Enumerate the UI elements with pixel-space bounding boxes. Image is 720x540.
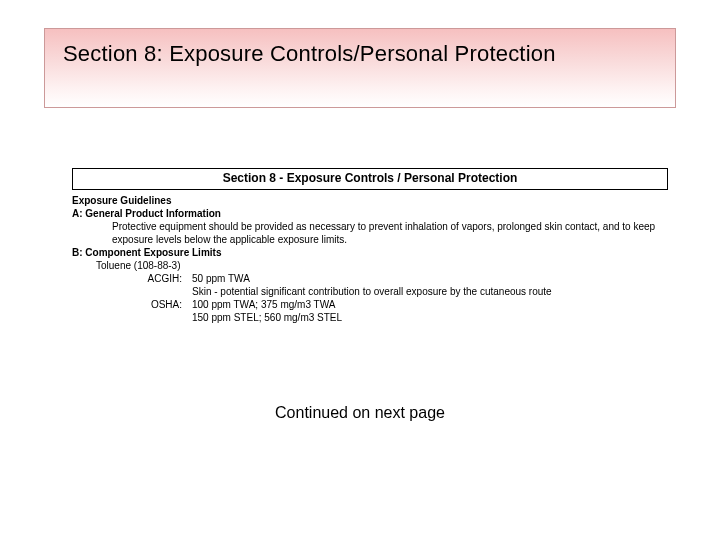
exposure-guidelines-label: Exposure Guidelines: [72, 194, 668, 207]
acgih-row-1: ACGIH: 50 ppm TWA: [72, 272, 668, 285]
osha-label: OSHA:: [112, 298, 192, 311]
osha-label-blank: [112, 311, 192, 324]
osha-value-1: 100 ppm TWA; 375 mg/m3 TWA: [192, 298, 668, 311]
part-b-label: B: Component Exposure Limits: [72, 246, 668, 259]
part-a-text-line1: Protective equipment should be provided …: [72, 220, 668, 233]
acgih-value-1: 50 ppm TWA: [192, 272, 668, 285]
acgih-row-2: Skin - potential significant contributio…: [72, 285, 668, 298]
part-a-label: A: General Product Information: [72, 207, 668, 220]
part-b-component: Toluene (108-88-3): [72, 259, 668, 272]
sds-section-header: Section 8 - Exposure Controls / Personal…: [72, 168, 668, 190]
continued-note: Continued on next page: [0, 404, 720, 422]
section-title-banner: Section 8: Exposure Controls/Personal Pr…: [44, 28, 676, 108]
acgih-label: ACGIH:: [112, 272, 192, 285]
osha-value-2: 150 ppm STEL; 560 mg/m3 STEL: [192, 311, 668, 324]
sds-excerpt: Section 8 - Exposure Controls / Personal…: [72, 168, 668, 324]
osha-row-1: OSHA: 100 ppm TWA; 375 mg/m3 TWA: [72, 298, 668, 311]
part-a-text-line2: exposure levels below the applicable exp…: [72, 233, 668, 246]
osha-row-2: 150 ppm STEL; 560 mg/m3 STEL: [72, 311, 668, 324]
acgih-value-2: Skin - potential significant contributio…: [192, 285, 668, 298]
acgih-label-blank: [112, 285, 192, 298]
section-title-text: Section 8: Exposure Controls/Personal Pr…: [63, 41, 556, 67]
